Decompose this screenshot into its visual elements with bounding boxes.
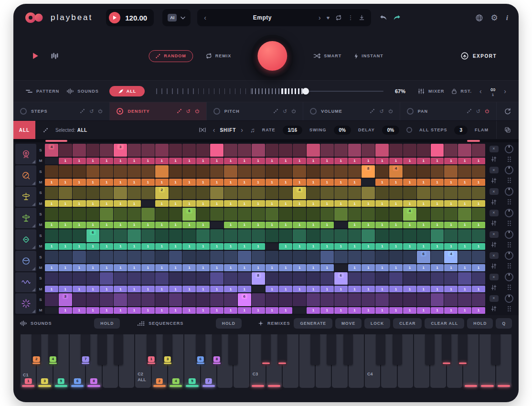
step-cell[interactable]: 4 [444,251,458,264]
step-cell[interactable] [320,187,334,200]
step-cell[interactable] [307,229,320,242]
play-toggle-icon[interactable] [32,53,39,60]
step-cell[interactable] [182,187,196,200]
step-cell[interactable] [334,251,348,264]
step-cell[interactable] [266,144,279,157]
export-button[interactable]: EXPORT [461,52,497,60]
step-cell[interactable] [141,144,155,157]
step-cell[interactable] [444,144,458,157]
step-cell[interactable] [375,293,389,306]
step-cell[interactable] [266,272,279,285]
piano-key-black[interactable]: 6 [196,334,205,365]
substep-cell[interactable]: 1 [279,307,292,314]
step-cell[interactable] [73,165,86,178]
step-cell[interactable] [293,165,306,178]
next-preset-button[interactable]: › [319,14,321,21]
step-cell[interactable] [389,187,403,200]
clear-track-button[interactable]: × [489,210,499,216]
track-knob[interactable] [505,251,513,260]
step-cell[interactable] [279,251,292,264]
substep-cell[interactable]: 1 [417,179,430,185]
substep-cell[interactable]: 1 [293,286,306,292]
substep-cell[interactable] [45,158,58,164]
step-cell[interactable] [279,165,292,178]
substep-cell[interactable]: 1 [169,179,182,185]
step-cell[interactable] [444,165,458,178]
step-cell[interactable] [155,165,169,178]
step-cell[interactable] [210,165,223,178]
substep-cell[interactable]: 1 [45,264,58,271]
shift-left-button[interactable]: ‹ [213,127,215,133]
step-cell[interactable] [266,229,279,242]
substep-cell[interactable]: 1 [196,179,210,185]
substep-cell[interactable]: 1 [348,222,362,228]
track-knob[interactable] [505,230,513,239]
substep-cell[interactable]: 1 [155,179,169,185]
step-cell[interactable] [252,144,265,157]
substep-cell[interactable]: 1 [155,158,169,164]
substep-cell[interactable]: 1 [320,243,334,250]
dice-icon[interactable] [43,128,48,133]
substep-cell[interactable]: 1 [141,264,155,271]
step-cell[interactable] [169,144,182,157]
substep-cell[interactable] [293,307,306,314]
track-6-button[interactable] [15,251,36,271]
step-cell[interactable]: 3 [59,293,72,306]
substep-cell[interactable]: 1 [348,264,362,271]
substep-cell[interactable]: 1 [389,200,403,207]
substep-cell[interactable]: 1 [362,307,375,314]
substep-cell[interactable]: 1 [114,179,127,185]
substep-cell[interactable]: 1 [431,158,444,164]
step-cell[interactable] [210,208,223,221]
loop-mode-indicator[interactable]: ∞ 1 [490,85,496,97]
substep-cell[interactable]: 1 [307,222,320,228]
mixer-button[interactable]: MIXER [418,88,445,94]
dice-icon[interactable] [273,107,278,116]
substep-cell[interactable]: 1 [279,200,292,207]
step-cell[interactable] [100,144,113,157]
substep-cell[interactable]: 1 [389,158,403,164]
substep-cell[interactable]: 1 [114,200,127,207]
substep-cell[interactable]: 1 [417,200,430,207]
sounds-hold-button[interactable]: HOLD [94,318,120,329]
step-cell[interactable] [472,208,485,221]
step-cell[interactable] [114,229,127,242]
step-cell[interactable]: 4 [45,144,58,157]
substep-cell[interactable]: 1 [444,200,458,207]
step-cell[interactable] [73,293,86,306]
substep-cell[interactable]: 1 [169,158,182,164]
substep-cell[interactable]: 1 [73,286,86,292]
step-cell[interactable] [224,208,237,221]
substep-cell[interactable]: 1 [403,307,416,314]
substep-cell[interactable]: 1 [196,200,210,207]
step-cell[interactable] [155,293,169,306]
step-cell[interactable] [59,187,72,200]
tab-pitch[interactable]: PITCH↺ [207,102,303,120]
substep-cell[interactable]: 1 [472,200,485,207]
substep-cell[interactable]: 1 [472,179,485,185]
substep-cell[interactable]: 1 [224,286,237,292]
substep-cell[interactable]: 1 [307,243,320,250]
substep-cell[interactable]: 1 [73,264,86,271]
step-cell[interactable] [362,208,375,221]
step-cell[interactable] [86,144,100,157]
step-cell[interactable] [100,293,113,306]
substep-cell[interactable]: 1 [279,158,292,164]
clear-button[interactable]: CLEAR [393,318,422,329]
step-cell[interactable] [252,229,265,242]
track-faders-icon[interactable] [491,156,497,162]
substep-cell[interactable]: 1 [73,179,86,185]
step-cell[interactable] [196,229,210,242]
piano-key-black[interactable] [310,334,320,365]
substep-cell[interactable]: 1 [59,307,72,314]
substep-cell[interactable]: 1 [458,179,471,185]
power-icon[interactable] [485,107,489,116]
step-cell[interactable] [86,251,100,264]
step-cell[interactable] [293,251,306,264]
substep-cell[interactable]: 1 [128,307,141,314]
substep-cell[interactable]: 1 [59,264,72,271]
step-cell[interactable] [59,165,72,178]
drag-handle-icon[interactable] [507,199,511,205]
substep-cell[interactable]: 1 [128,222,141,228]
reset-icon[interactable]: ↺ [89,109,94,114]
